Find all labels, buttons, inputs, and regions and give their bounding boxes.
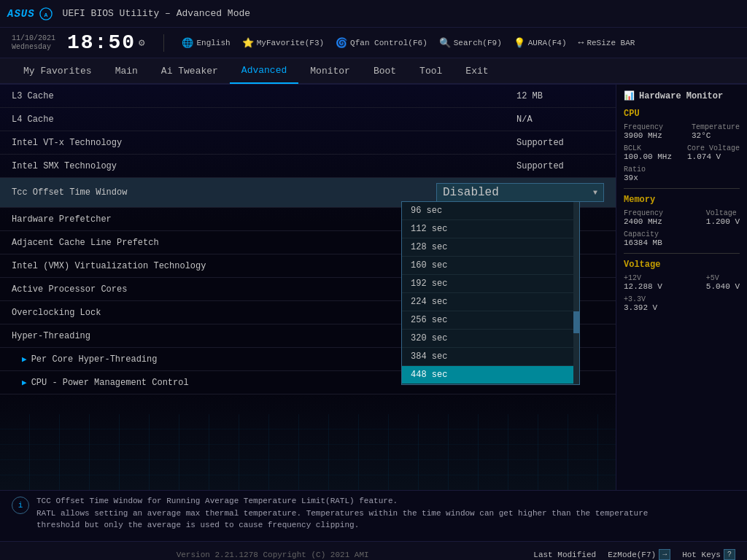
hw-mem-freq-row: Frequency 2400 MHz Voltage 1.200 V <box>624 209 740 228</box>
hw-mem-freq-value: 2400 MHz <box>624 217 663 226</box>
search-label: Search(F9) <box>454 39 502 47</box>
footer-hot-keys[interactable]: Hot Keys ? <box>682 549 735 560</box>
nav-ai-tweaker[interactable]: Ai Tweaker <box>150 58 230 84</box>
qfan-icon: 🌀 <box>336 37 347 49</box>
toolbar-language[interactable]: 🌐 English <box>182 37 230 49</box>
toolbar-qfan[interactable]: 🌀 Qfan Control(F6) <box>336 37 427 49</box>
dropdown-opt-320[interactable]: 320 sec <box>402 330 579 348</box>
dropdown-opt-224[interactable]: 224 sec <box>402 293 579 311</box>
hw-core-voltage-label: Core Voltage <box>687 144 740 152</box>
dropdown-list: 96 sec 112 sec 128 sec 160 sec 192 sec 2… <box>401 201 580 385</box>
l4-cache-value: N/A <box>516 114 604 125</box>
hw-bclk-value: 100.00 MHz <box>624 152 672 161</box>
footer: Version 2.21.1278 Copyright (C) 2021 AMI… <box>0 541 747 560</box>
footer-right: Last Modified EzMode(F7) → Hot Keys ? <box>533 549 735 560</box>
hw-voltage-title: Voltage <box>624 260 740 270</box>
dropdown-opt-96[interactable]: 96 sec <box>402 202 579 220</box>
l3-cache-value: 12 MB <box>516 91 604 101</box>
info-icon: i <box>12 497 29 514</box>
dropdown-opt-112[interactable]: 112 sec <box>402 220 579 238</box>
last-modified-label: Last Modified <box>533 551 596 559</box>
hw-ratio-label: Ratio <box>624 166 740 174</box>
hw-cpu-temp-value: 32°C <box>692 131 740 140</box>
info-text3: threshold but only the average is used t… <box>36 519 648 532</box>
aura-label: AURA(F4) <box>528 39 567 47</box>
dropdown-opt-128[interactable]: 128 sec <box>402 238 579 257</box>
toolbar-myfavorite[interactable]: ⭐ MyFavorite(F3) <box>242 37 324 49</box>
tcc-dropdown[interactable]: Disabled ▼ <box>436 183 604 202</box>
l3-cache-label: L3 Cache <box>12 91 516 101</box>
hw-v12-row: +12V 12.288 V +5V 5.040 V <box>624 274 740 292</box>
setting-l4-cache: L4 Cache N/A <box>0 108 616 131</box>
hw-core-voltage-value: 1.074 V <box>687 152 740 161</box>
hw-capacity-value: 16384 MB <box>624 238 740 247</box>
dropdown-opt-384[interactable]: 384 sec <box>402 348 579 366</box>
time-display: 18:50 ⚙ <box>67 31 146 54</box>
hw-divider2 <box>624 253 740 254</box>
toolbar-aura[interactable]: 💡 AURA(F4) <box>514 37 567 49</box>
asus-brand: ASUS <box>7 8 35 20</box>
info-text: TCC Offset Time Window for Running Avera… <box>36 495 648 537</box>
hw-cpu-temp-label: Temperature <box>692 123 740 131</box>
time-divider <box>163 34 164 52</box>
left-panel: L3 Cache 12 MB L4 Cache N/A Intel VT-x T… <box>0 85 616 490</box>
hot-keys-key: ? <box>724 549 735 560</box>
date-line1: 11/10/2021 <box>12 34 55 43</box>
main-content: L3 Cache 12 MB L4 Cache N/A Intel VT-x T… <box>0 85 747 490</box>
tcc-dropdown-value: Disabled <box>443 186 499 199</box>
hw-cpu-bclk-row: BCLK 100.00 MHz Core Voltage 1.074 V <box>624 144 740 163</box>
info-text2: RATL allows setting an average max therm… <box>36 508 648 520</box>
dropdown-opt-192[interactable]: 192 sec <box>402 275 579 293</box>
hw-monitor-title: 📊 Hardware Monitor <box>624 90 740 101</box>
header-bar: ASUS A UEFI BIOS Utility – Advanced Mode <box>0 0 747 28</box>
nav-exit[interactable]: Exit <box>454 58 500 84</box>
dropdown-opt-448[interactable]: 448 sec <box>402 366 579 384</box>
dropdown-opt-256[interactable]: 256 sec <box>402 311 579 330</box>
aura-icon: 💡 <box>514 37 525 49</box>
footer-last-modified[interactable]: Last Modified <box>533 549 596 560</box>
toolbar-resizebar[interactable]: ↔ ReSize BAR <box>578 37 635 48</box>
dropdown-opt-160[interactable]: 160 sec <box>402 257 579 275</box>
setting-tcc[interactable]: Tcc Offset Time Window Disabled ▼ 96 sec… <box>0 178 616 208</box>
hw-v5-label: +5V <box>706 274 740 282</box>
smx-label: Intel SMX Technology <box>12 161 516 171</box>
info-text1: TCC Offset Time Window for Running Avera… <box>36 495 648 508</box>
footer-version: Version 2.21.1278 Copyright (C) 2021 AMI <box>177 551 369 559</box>
asus-logo-icon: A <box>39 7 53 20</box>
nav-advanced[interactable]: Advanced <box>230 58 298 84</box>
setting-vtx: Intel VT-x Technology Supported <box>0 131 616 155</box>
nav-my-favorites[interactable]: My Favorites <box>12 58 104 84</box>
hw-mem-freq-label: Frequency <box>624 209 663 217</box>
qfan-label: Qfan Control(F6) <box>350 39 427 47</box>
submenu-arrow-icon: ▶ <box>22 354 27 364</box>
hw-v33-row: +3.3V 3.392 V <box>624 295 740 312</box>
hw-capacity-label: Capacity <box>624 230 740 238</box>
dropdown-thumb <box>573 311 579 333</box>
right-panel: 📊 Hardware Monitor CPU Frequency 3900 MH… <box>616 85 747 490</box>
settings-icon[interactable]: ⚙ <box>139 36 146 49</box>
nav-main[interactable]: Main <box>104 58 150 84</box>
ez-mode-label: EzMode(F7) <box>608 551 656 559</box>
language-icon: 🌐 <box>182 37 193 49</box>
favorite-icon: ⭐ <box>242 37 254 49</box>
dropdown-scrollbar[interactable] <box>573 202 579 384</box>
toolbar-items: 🌐 English ⭐ MyFavorite(F3) 🌀 Qfan Contro… <box>182 37 735 49</box>
nav-boot[interactable]: Boot <box>362 58 408 84</box>
hw-v12-label: +12V <box>624 274 662 282</box>
hw-capacity-row: Capacity 16384 MB <box>624 230 740 247</box>
time-value: 18:50 <box>67 31 136 54</box>
setting-smx: Intel SMX Technology Supported <box>0 155 616 178</box>
submenu-arrow2-icon: ▶ <box>22 378 27 387</box>
hw-bclk-label: BCLK <box>624 144 672 152</box>
hw-v33-label: +3.3V <box>624 295 740 303</box>
nav-monitor[interactable]: Monitor <box>298 58 362 84</box>
hw-ratio-value: 39x <box>624 174 740 182</box>
favorite-label: MyFavorite(F3) <box>257 39 324 47</box>
ez-mode-key: → <box>659 549 670 560</box>
nav-tool[interactable]: Tool <box>408 58 454 84</box>
resizebar-label: ReSize BAR <box>587 39 635 47</box>
toolbar-search[interactable]: 🔍 Search(F9) <box>439 37 502 49</box>
time-row: 11/10/2021 Wednesday 18:50 ⚙ 🌐 English ⭐… <box>0 28 747 58</box>
hw-v33-value: 3.392 V <box>624 303 740 312</box>
footer-ez-mode[interactable]: EzMode(F7) → <box>608 549 670 560</box>
